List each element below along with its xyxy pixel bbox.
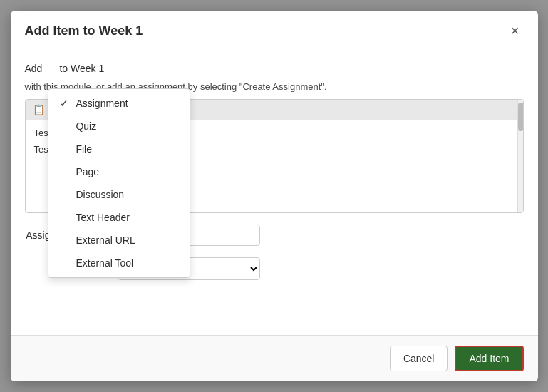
modal-dialog: Add Item to Week 1 × Add ✓ Assignment	[11, 11, 538, 381]
dropdown-item-label: Page	[76, 166, 99, 177]
dropdown-item-quiz[interactable]: Quiz	[48, 115, 190, 138]
dropdown-item-label: File	[76, 143, 92, 155]
dropdown-item-external-tool[interactable]: External Tool	[48, 252, 190, 274]
dropdown-item-external-url[interactable]: External URL	[48, 229, 190, 252]
dropdown-item-label: Text Header	[76, 212, 129, 223]
dropdown-item-file[interactable]: File	[48, 138, 190, 160]
type-selector-row: Add ✓ Assignment Quiz	[25, 63, 524, 74]
dropdown-item-label: Assignment	[76, 98, 128, 109]
scrollbar-track	[517, 100, 523, 212]
content-header-icon: 📋	[33, 104, 45, 115]
dropdown-item-label: External Tool	[76, 257, 133, 269]
modal-body: Add ✓ Assignment Quiz	[11, 51, 538, 335]
scrollbar-thumb[interactable]	[518, 103, 524, 131]
dropdown-item-label: External URL	[76, 234, 135, 246]
modal-title: Add Item to Week 1	[25, 24, 143, 38]
add-item-button[interactable]: Add Item	[455, 346, 523, 371]
dropdown-item-label: Quiz	[76, 120, 96, 132]
dropdown-item-discussion[interactable]: Discussion	[48, 183, 190, 206]
dropdown-item-text-header[interactable]: Text Header	[48, 206, 190, 229]
modal-header: Add Item to Week 1 ×	[11, 11, 538, 51]
dropdown-item-label: Discussion	[76, 189, 124, 200]
add-prefix-label: Add	[25, 63, 43, 74]
dropdown-item-assignment[interactable]: ✓ Assignment	[48, 92, 190, 115]
modal-overlay: Add Item to Week 1 × Add ✓ Assignment	[0, 0, 548, 392]
dropdown-menu: ✓ Assignment Quiz File	[48, 88, 190, 278]
check-icon: ✓	[60, 98, 70, 109]
week-suffix-label: to Week 1	[59, 63, 104, 74]
cancel-button[interactable]: Cancel	[390, 346, 448, 371]
close-button[interactable]: ×	[507, 22, 524, 39]
dropdown-item-page[interactable]: Page	[48, 160, 190, 183]
modal-footer: Cancel Add Item	[11, 335, 538, 381]
